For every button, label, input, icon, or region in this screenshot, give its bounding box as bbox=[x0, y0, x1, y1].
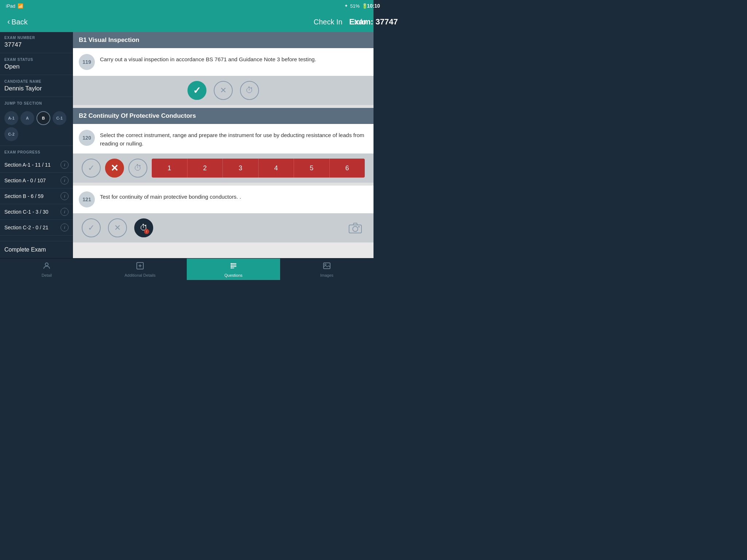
exam-progress-section: EXAM PROGRESS bbox=[0, 147, 73, 157]
tab-questions-label: Questions bbox=[224, 273, 243, 277]
check-in-button[interactable]: Check In bbox=[314, 18, 342, 26]
svg-point-1 bbox=[353, 226, 358, 232]
device-label: iPad bbox=[6, 3, 15, 9]
number-2[interactable]: 2 bbox=[187, 159, 223, 178]
cross-icon-121: ✕ bbox=[114, 223, 121, 233]
tab-bar: Detail Additional Details Questio bbox=[0, 258, 374, 280]
tab-detail[interactable]: Detail bbox=[0, 258, 93, 280]
section-b1-title: B1 Visual Inspection bbox=[79, 36, 139, 43]
answer-121-cross[interactable]: ✕ bbox=[108, 218, 127, 237]
question-120-text: Select the correct instrument, range and… bbox=[100, 130, 368, 148]
answer-119-clock[interactable]: ⏱ bbox=[240, 81, 259, 100]
clock-icon-inactive: ⏱ bbox=[245, 86, 253, 95]
question-120-body: 120 Select the correct instrument, range… bbox=[73, 124, 374, 153]
wifi-icon: 📶 bbox=[18, 3, 23, 9]
camera-button-121[interactable] bbox=[346, 218, 365, 237]
check-icon-inactive: ✓ bbox=[88, 163, 94, 173]
tab-additional-details-label: Additional Details bbox=[125, 273, 156, 277]
question-121-card: 121 Test for continuity of main protecti… bbox=[73, 186, 374, 242]
answer-119-cross[interactable]: ✕ bbox=[214, 81, 233, 100]
status-bar-right: ✦ 51% 🔋 bbox=[344, 3, 368, 9]
exam-status-label: EXAM STATUS bbox=[4, 58, 69, 62]
question-121-number: 121 bbox=[79, 191, 95, 207]
answer-120-check[interactable]: ✓ bbox=[82, 159, 101, 178]
progress-c1-text: Section C-1 - 3 / 30 bbox=[4, 209, 49, 215]
question-121-text: Test for continuity of main protective b… bbox=[100, 191, 241, 201]
tab-additional-details[interactable]: Additional Details bbox=[93, 258, 187, 280]
answer-120-cross[interactable]: ✕ bbox=[105, 159, 124, 178]
exam-progress-label: EXAM PROGRESS bbox=[4, 150, 69, 154]
complete-exam-button[interactable]: Complete Exam bbox=[0, 241, 73, 258]
number-1[interactable]: 1 bbox=[152, 159, 187, 178]
candidate-name-section: CANDIDATE NAME Dennis Taylor bbox=[0, 76, 73, 96]
number-6[interactable]: 6 bbox=[330, 159, 365, 178]
tab-additional-details-icon bbox=[136, 261, 144, 272]
answer-121-clock[interactable]: ⏱! bbox=[134, 218, 153, 237]
svg-point-2 bbox=[358, 226, 360, 228]
section-btn-b[interactable]: B bbox=[36, 111, 50, 125]
clock-icon-120: ⏱ bbox=[134, 163, 142, 173]
question-120-number: 120 bbox=[79, 130, 95, 146]
question-119-text: Carry out a visual inspection in accorda… bbox=[100, 54, 316, 64]
progress-a-info[interactable]: i bbox=[61, 176, 69, 184]
section-gap-1 bbox=[73, 105, 374, 108]
svg-point-11 bbox=[231, 263, 232, 264]
answer-121-check[interactable]: ✓ bbox=[82, 218, 101, 237]
number-3[interactable]: 3 bbox=[223, 159, 259, 178]
exam-number-value: 37747 bbox=[4, 41, 69, 48]
section-btn-a[interactable]: A bbox=[20, 111, 34, 125]
jump-to-section-label: JUMP TO SECTION bbox=[4, 101, 69, 105]
back-button[interactable]: ‹ Back bbox=[7, 17, 28, 27]
back-chevron-icon: ‹ bbox=[7, 17, 10, 27]
bluetooth-icon: ✦ bbox=[344, 3, 348, 8]
progress-c1: Section C-1 - 3 / 30 i bbox=[0, 204, 73, 220]
number-5[interactable]: 5 bbox=[294, 159, 330, 178]
tab-questions[interactable]: Questions bbox=[187, 258, 280, 280]
svg-rect-15 bbox=[324, 263, 330, 269]
progress-a1: Section A-1 - 11 / 11 i bbox=[0, 157, 73, 173]
section-b2-title: B2 Continuity Of Protective Conductors bbox=[79, 112, 196, 119]
section-b2-header: B2 Continuity Of Protective Conductors bbox=[73, 108, 374, 124]
progress-a: Section A - 0 / 107 i bbox=[0, 173, 73, 188]
tab-images[interactable]: Images bbox=[280, 258, 374, 280]
progress-a1-info[interactable]: i bbox=[61, 161, 69, 169]
candidate-name-value: Dennis Taylor bbox=[4, 85, 69, 92]
cross-icon: ✕ bbox=[220, 86, 227, 95]
sidebar: EXAM NUMBER 37747 EXAM STATUS Open CANDI… bbox=[0, 32, 73, 258]
section-gap-2 bbox=[73, 183, 374, 186]
progress-a1-text: Section A-1 - 11 / 11 bbox=[4, 162, 51, 168]
svg-point-14 bbox=[231, 267, 232, 268]
question-120-answers: ✓ ✕ ⏱ 1 2 3 4 5 6 bbox=[73, 153, 374, 183]
svg-point-12 bbox=[231, 264, 232, 265]
jump-to-section: JUMP TO SECTION bbox=[0, 98, 73, 109]
question-119-answers: ✓ ✕ ⏱ bbox=[73, 76, 374, 105]
progress-a-text: Section A - 0 / 107 bbox=[4, 178, 46, 183]
section-btn-c2[interactable]: C-2 bbox=[4, 127, 18, 141]
time-display: 10:10 bbox=[367, 3, 374, 9]
svg-point-3 bbox=[45, 263, 48, 266]
tab-detail-icon bbox=[42, 261, 51, 272]
section-b1-header: B1 Visual Inspection bbox=[73, 32, 374, 48]
tab-images-label: Images bbox=[320, 273, 333, 277]
section-btn-c1[interactable]: C-1 bbox=[53, 111, 66, 125]
progress-b: Section B - 6 / 59 i bbox=[0, 188, 73, 204]
number-row-120: 1 2 3 4 5 6 bbox=[152, 159, 365, 178]
main-layout: EXAM NUMBER 37747 EXAM STATUS Open CANDI… bbox=[0, 32, 374, 258]
progress-b-info[interactable]: i bbox=[61, 192, 69, 200]
cross-icon-active: ✕ bbox=[111, 163, 119, 174]
status-bar: iPad 📶 10:10 ✦ 51% 🔋 bbox=[0, 0, 374, 12]
progress-c1-info[interactable]: i bbox=[61, 208, 69, 216]
section-btn-a1[interactable]: A-1 bbox=[4, 111, 18, 125]
answer-119-check[interactable]: ✓ bbox=[187, 81, 206, 100]
answer-120-clock[interactable]: ⏱ bbox=[128, 159, 147, 178]
section-buttons: A-1 A B C-1 C-2 bbox=[0, 109, 73, 145]
question-121-body: 121 Test for continuity of main protecti… bbox=[73, 186, 374, 213]
question-119-number: 119 bbox=[79, 54, 95, 70]
tab-images-icon bbox=[322, 261, 331, 272]
progress-c2-info[interactable]: i bbox=[61, 223, 69, 232]
exam-status-value: Open bbox=[4, 63, 69, 70]
number-4[interactable]: 4 bbox=[259, 159, 294, 178]
exam-number-label: EXAM NUMBER bbox=[4, 36, 69, 40]
status-bar-left: iPad 📶 bbox=[6, 3, 23, 9]
battery-label: 51% bbox=[350, 3, 360, 9]
